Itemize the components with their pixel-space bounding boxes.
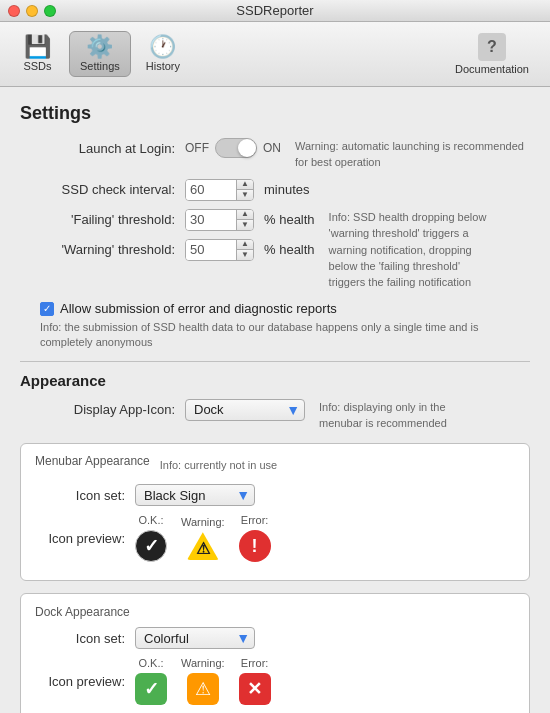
dock-appearance-box: Dock Appearance Icon set: Colorful Black… [20, 593, 530, 713]
threshold-info-text: Info: SSD health dropping below 'warning… [329, 211, 487, 289]
menubar-error-label: Error: [241, 514, 269, 526]
launch-at-login-row: Launch at Login: OFF ON Warning: automat… [20, 138, 530, 171]
appearance-title: Appearance [20, 372, 530, 389]
toggle-on-label: ON [263, 141, 281, 155]
dock-warning-icon: ⚠ [187, 673, 219, 705]
failing-threshold-label: 'Failing' threshold: [20, 212, 175, 227]
minimize-button[interactable] [26, 5, 38, 17]
launch-at-login-info-text: Warning: automatic launching is recommen… [295, 140, 524, 168]
menubar-appearance-box: Menubar Appearance Info: currently not i… [20, 443, 530, 581]
menubar-error-col: Error: ! [239, 514, 271, 562]
allow-submission-checkbox[interactable]: ✓ [40, 302, 54, 316]
allow-submission-label: Allow submission of error and diagnostic… [60, 301, 337, 316]
menubar-preview-icons: O.K.: ✓ Warning: ⚠ Error: [135, 514, 271, 562]
page-title: Settings [20, 103, 530, 124]
display-app-icon-row: Display App-Icon: Dock Menubar Both ▼ [20, 399, 305, 421]
toolbar-item-settings[interactable]: ⚙️ Settings [69, 31, 131, 77]
warning-unit: % health [264, 242, 315, 257]
allow-submission-checkbox-wrap[interactable]: ✓ Allow submission of error and diagnost… [40, 301, 337, 316]
dock-error-icon: ✕ [239, 673, 271, 705]
dock-appearance-title: Dock Appearance [35, 605, 130, 619]
menubar-warning-col: Warning: ⚠ [181, 516, 225, 560]
maximize-button[interactable] [44, 5, 56, 17]
launch-at-login-label: Launch at Login: [20, 141, 175, 156]
toolbar-item-documentation[interactable]: ? Documentation [444, 28, 540, 80]
toolbar-item-ssds[interactable]: 💾 SSDs [10, 31, 65, 77]
threshold-fields: 'Failing' threshold: ▲ ▼ % health 'Warni… [20, 209, 315, 269]
dock-icon-set-select-wrap: Colorful Black Sign Minimal ▼ [135, 627, 255, 649]
failing-threshold-input[interactable] [186, 210, 236, 230]
toolbar-label-history: History [146, 60, 180, 72]
menubar-icon-set-row: Icon set: Black Sign Color Sign Minimal … [35, 484, 515, 506]
warning-threshold-controls: ▲ ▼ % health [185, 239, 315, 261]
dock-warning-label: Warning: [181, 657, 225, 669]
launch-at-login-info: Warning: automatic launching is recommen… [295, 138, 530, 171]
launch-login-toggle[interactable] [215, 138, 257, 158]
failing-threshold-input-wrap: ▲ ▼ [185, 209, 254, 231]
toolbar-label-documentation: Documentation [455, 63, 529, 75]
toolbar-right: ? Documentation [444, 28, 540, 80]
launch-at-login-main: Launch at Login: OFF ON [20, 138, 281, 158]
toolbar-label-settings: Settings [80, 60, 120, 72]
titlebar: SSDReporter [0, 0, 550, 22]
dock-icon-set-select[interactable]: Colorful Black Sign Minimal [135, 627, 255, 649]
checkbox-checkmark: ✓ [43, 304, 51, 314]
ssd-interval-unit: minutes [264, 182, 310, 197]
dock-ok-col: O.K.: ✓ [135, 657, 167, 705]
warning-threshold-input[interactable] [186, 240, 236, 260]
toolbar-nav: 💾 SSDs ⚙️ Settings 🕐 History [10, 31, 191, 77]
ssd-check-interval-row: SSD check interval: ▲ ▼ minutes [20, 179, 530, 201]
menubar-ok-col: O.K.: ✓ [135, 514, 167, 562]
dock-warning-col: Warning: ⚠ [181, 657, 225, 705]
dock-icon-set-row: Icon set: Colorful Black Sign Minimal ▼ [35, 627, 515, 649]
menubar-appearance-title: Menubar Appearance [35, 454, 150, 468]
settings-content: Settings Launch at Login: OFF ON Warning… [0, 87, 550, 713]
menubar-ok-label: O.K.: [138, 514, 163, 526]
settings-icon: ⚙️ [86, 36, 113, 58]
toggle-thumb [238, 139, 256, 157]
toggle-group: OFF ON [185, 138, 281, 158]
window-title: SSDReporter [236, 3, 313, 18]
dock-icon-preview-row: Icon preview: O.K.: ✓ Warning: ⚠ [35, 657, 515, 705]
ssd-interval-spin-down[interactable]: ▼ [237, 190, 253, 201]
allow-submission-info: Info: the submission of SSD health data … [20, 320, 530, 351]
warning-threshold-label: 'Warning' threshold: [20, 242, 175, 257]
menubar-icon-set-select[interactable]: Black Sign Color Sign Minimal [135, 484, 255, 506]
toolbar-label-ssds: SSDs [23, 60, 51, 72]
ssd-interval-input[interactable] [186, 180, 236, 200]
failing-spinners: ▲ ▼ [236, 209, 253, 231]
menubar-warning-icon: ⚠ [187, 532, 219, 560]
warning-threshold-input-wrap: ▲ ▼ [185, 239, 254, 261]
dock-ok-icon: ✓ [135, 673, 167, 705]
failing-threshold-row: 'Failing' threshold: ▲ ▼ % health [20, 209, 315, 231]
toggle-off-label: OFF [185, 141, 209, 155]
toolbar-item-history[interactable]: 🕐 History [135, 31, 191, 77]
warning-spin-up[interactable]: ▲ [237, 239, 253, 250]
failing-unit: % health [264, 212, 315, 227]
warning-spinners: ▲ ▼ [236, 239, 253, 261]
dock-preview-icons: O.K.: ✓ Warning: ⚠ Error: [135, 657, 271, 705]
window-controls [8, 5, 56, 17]
warning-threshold-row: 'Warning' threshold: ▲ ▼ % health [20, 239, 315, 261]
menubar-icon-preview-label: Icon preview: [35, 531, 125, 546]
section-divider [20, 361, 530, 362]
ssd-interval-spin-up[interactable]: ▲ [237, 179, 253, 190]
ssds-icon: 💾 [24, 36, 51, 58]
failing-spin-up[interactable]: ▲ [237, 209, 253, 220]
ssd-interval-input-wrap: ▲ ▼ [185, 179, 254, 201]
failing-threshold-controls: ▲ ▼ % health [185, 209, 315, 231]
failing-spin-down[interactable]: ▼ [237, 220, 253, 231]
threshold-info: Info: SSD health dropping below 'warning… [329, 209, 499, 291]
menubar-info-text: Info: currently not in use [160, 459, 277, 471]
appearance-section: Appearance Display App-Icon: Dock Menuba… [20, 372, 530, 713]
dock-error-col: Error: ✕ [239, 657, 271, 705]
menubar-error-icon: ! [239, 530, 271, 562]
dock-icon-preview-label: Icon preview: [35, 674, 125, 689]
menubar-icon-set-select-wrap: Black Sign Color Sign Minimal ▼ [135, 484, 255, 506]
display-app-icon-select[interactable]: Dock Menubar Both [185, 399, 305, 421]
ssd-check-interval-controls: ▲ ▼ minutes [185, 179, 310, 201]
dock-ok-label: O.K.: [138, 657, 163, 669]
warning-spin-down[interactable]: ▼ [237, 250, 253, 261]
close-button[interactable] [8, 5, 20, 17]
documentation-icon: ? [478, 33, 506, 61]
